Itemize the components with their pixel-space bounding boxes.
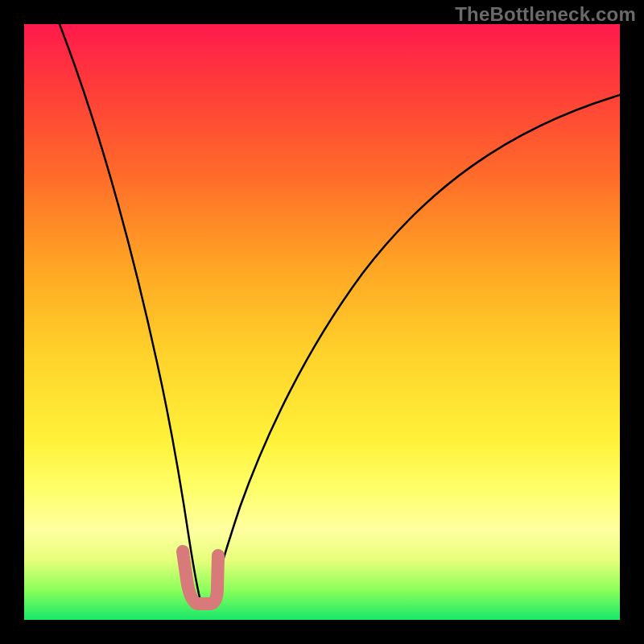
curve-layer	[24, 24, 620, 620]
watermark-text: TheBottleneck.com	[455, 3, 636, 26]
bottleneck-curve	[60, 24, 620, 605]
highlight-region	[183, 551, 218, 604]
chart-frame: TheBottleneck.com	[0, 0, 644, 644]
plot-area	[24, 24, 620, 620]
